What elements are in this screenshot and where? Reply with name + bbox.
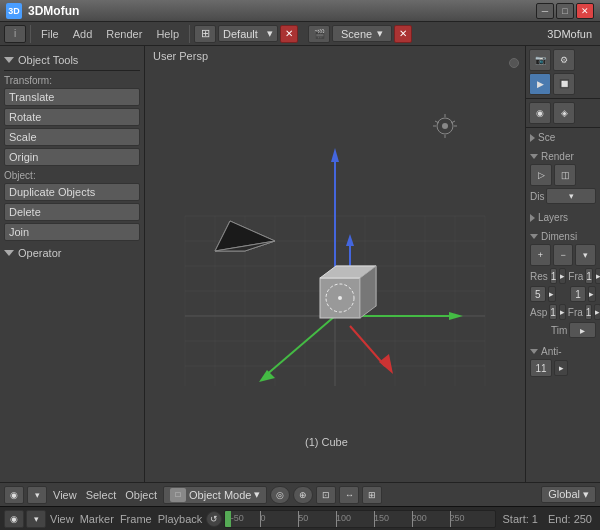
bt-select-label[interactable]: Select <box>83 489 120 501</box>
res-label: Res <box>530 271 548 282</box>
tl-playback-label[interactable]: Playback <box>156 513 205 525</box>
bt-object-label[interactable]: Object <box>122 489 160 501</box>
menu-help[interactable]: Help <box>150 26 185 42</box>
scale-button[interactable]: Scale <box>4 128 140 146</box>
asp-x-btn[interactable]: 1 <box>549 304 557 320</box>
bt-round-1[interactable]: ◎ <box>270 486 290 504</box>
rp-mat-icon[interactable]: ◈ <box>553 102 575 124</box>
tim-row: Tim ▸ <box>530 322 596 338</box>
app-title: 3DMofun <box>28 4 79 18</box>
scene-select[interactable]: Scene ▾ <box>332 25 392 42</box>
minimize-button[interactable]: ─ <box>536 3 554 19</box>
render-section-title: Render <box>530 151 596 162</box>
render-dis-row: Dis ▾ <box>530 188 596 204</box>
menu-separator-1 <box>30 25 31 43</box>
bt-snap-icon[interactable]: ↔ <box>339 486 359 504</box>
scene-name: Scene <box>341 28 372 40</box>
menu-bar: i File Add Render Help ⊞ Default ▾ ✕ 🎬 S… <box>0 22 600 46</box>
object-tools-toggle-icon[interactable] <box>4 57 14 63</box>
panel-divider-1 <box>4 70 140 71</box>
bt-round-2[interactable]: ⊕ <box>293 486 313 504</box>
info-button[interactable]: i <box>4 25 26 43</box>
tick-200: 200 <box>412 513 427 523</box>
bt-view-label[interactable]: View <box>50 489 80 501</box>
global-select[interactable]: Global ▾ <box>541 486 596 503</box>
dim-minus-icon[interactable]: − <box>553 244 574 266</box>
bt-icon-1[interactable]: ◉ <box>4 486 24 504</box>
rotate-button[interactable]: Rotate <box>4 108 140 126</box>
fra3-btn[interactable]: 1 <box>585 304 593 320</box>
fra3-arrow[interactable]: ▸ <box>594 304 600 320</box>
tick-250: 250 <box>450 513 465 523</box>
render-expand-icon[interactable] <box>530 154 538 159</box>
anti-expand-icon[interactable] <box>530 349 538 354</box>
translate-button[interactable]: Translate <box>4 88 140 106</box>
res-z-btn[interactable]: 5 <box>530 286 546 302</box>
rp-render-icon[interactable]: ▶ <box>529 73 551 95</box>
rp-scene-icon[interactable]: 🔲 <box>553 73 575 95</box>
fra-btn[interactable]: 1 <box>585 268 593 284</box>
maximize-button[interactable]: □ <box>556 3 574 19</box>
anti-num[interactable]: 11 <box>530 359 552 377</box>
menu-file[interactable]: File <box>35 26 65 42</box>
layers-expand-icon[interactable] <box>530 214 535 222</box>
render-row-1: ▷ ◫ <box>530 164 596 186</box>
tl-icon-1[interactable]: ◉ <box>4 510 24 528</box>
res-x-arrow[interactable]: ▸ <box>559 268 566 284</box>
rp-cam-icon[interactable]: 📷 <box>529 49 551 71</box>
duplicate-objects-button[interactable]: Duplicate Objects <box>4 183 140 201</box>
tl-marker-label[interactable]: Marker <box>78 513 116 525</box>
operator-toggle-icon[interactable] <box>4 250 14 256</box>
rp-obj-icon[interactable]: ◉ <box>529 102 551 124</box>
rp-render-btn1[interactable]: ▷ <box>530 164 552 186</box>
svg-marker-27 <box>259 370 275 382</box>
svg-marker-29 <box>346 234 354 246</box>
timeline-scale[interactable]: -50 0 50 100 150 200 250 <box>224 510 496 528</box>
anti-section-title: Anti- <box>530 346 596 357</box>
tl-sync-icon[interactable]: ↺ <box>206 511 222 527</box>
fra-2-btn[interactable]: 1 <box>570 286 586 302</box>
bt-icon-2[interactable]: ▾ <box>27 486 47 504</box>
dimensions-expand-icon[interactable] <box>530 234 538 239</box>
tl-view-label[interactable]: View <box>48 513 76 525</box>
asp-x-arrow[interactable]: ▸ <box>559 304 566 320</box>
svg-point-35 <box>442 123 448 129</box>
bt-magnet-icon[interactable]: ⊡ <box>316 486 336 504</box>
origin-button[interactable]: Origin <box>4 148 140 166</box>
layout-icon-button[interactable]: ⊞ <box>194 25 216 43</box>
fra-2-arrow[interactable]: ▸ <box>588 286 596 302</box>
screen-select[interactable]: Default ▾ <box>218 25 278 42</box>
rp-settings-icon[interactable]: ⚙ <box>553 49 575 71</box>
scene-close-button[interactable]: ✕ <box>394 25 412 43</box>
bottom-toolbar: ◉ ▾ View Select Object □ Object Mode ▾ ◎… <box>0 482 600 506</box>
svg-marker-25 <box>379 354 393 374</box>
scene-dropdown-icon: ▾ <box>377 27 383 40</box>
res-x-btn[interactable]: 1 <box>550 268 558 284</box>
scene-expand-icon[interactable] <box>530 134 535 142</box>
title-bar-left: 3D 3DMofun <box>6 3 79 19</box>
tl-frame-label[interactable]: Frame <box>118 513 154 525</box>
scene-section: Sce <box>526 128 600 147</box>
menu-add[interactable]: Add <box>67 26 99 42</box>
tl-icon-2[interactable]: ▾ <box>26 510 46 528</box>
anti-arrow[interactable]: ▸ <box>554 360 568 376</box>
right-panel: 📷 ⚙ ▶ 🔲 ◉ ◈ Sce Render ▷ ◫ <box>525 46 600 482</box>
res-z-arrow[interactable]: ▸ <box>548 286 556 302</box>
dim-add-icon[interactable]: + <box>530 244 551 266</box>
dim-more-icon[interactable]: ▾ <box>575 244 596 266</box>
fra-arrow[interactable]: ▸ <box>595 268 600 284</box>
operator-label: Operator <box>18 247 61 259</box>
rp-render-btn2[interactable]: ◫ <box>554 164 576 186</box>
join-button[interactable]: Join <box>4 223 140 241</box>
object-tools-title: Object Tools <box>4 54 140 66</box>
render-icon[interactable]: 🎬 <box>308 25 330 43</box>
mode-select[interactable]: □ Object Mode ▾ <box>163 486 267 504</box>
viewport[interactable]: User Persp <box>145 46 525 482</box>
bt-grid-icon[interactable]: ⊞ <box>362 486 382 504</box>
menu-render[interactable]: Render <box>100 26 148 42</box>
screen-close-button[interactable]: ✕ <box>280 25 298 43</box>
close-button[interactable]: ✕ <box>576 3 594 19</box>
tim-btn[interactable]: ▸ <box>569 322 596 338</box>
dis-select[interactable]: ▾ <box>546 188 596 204</box>
delete-button[interactable]: Delete <box>4 203 140 221</box>
